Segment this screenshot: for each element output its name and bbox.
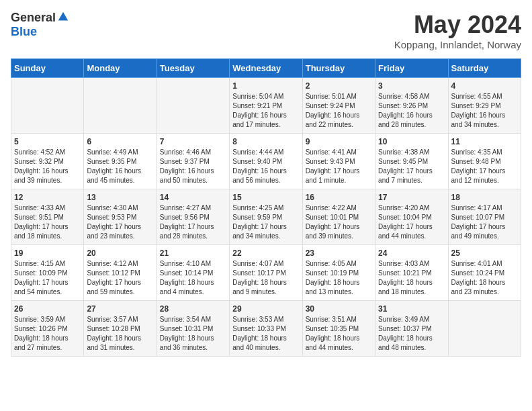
day-number: 26 xyxy=(14,304,81,314)
day-info: Sunrise: 4:07 AM Sunset: 10:17 PM Daylig… xyxy=(232,259,299,297)
day-info: Sunrise: 4:41 AM Sunset: 9:43 PM Dayligh… xyxy=(306,148,372,185)
header-thursday: Thursday xyxy=(302,59,375,78)
day-info: Sunrise: 4:03 AM Sunset: 10:21 PM Daylig… xyxy=(378,259,445,297)
day-info: Sunrise: 3:51 AM Sunset: 10:35 PM Daylig… xyxy=(306,315,372,353)
header-row: SundayMondayTuesdayWednesdayThursdayFrid… xyxy=(11,59,521,78)
calendar-cell: 8Sunrise: 4:44 AM Sunset: 9:40 PM Daylig… xyxy=(230,134,302,189)
day-info: Sunrise: 4:33 AM Sunset: 9:51 PM Dayligh… xyxy=(14,203,81,241)
day-info: Sunrise: 4:12 AM Sunset: 10:12 PM Daylig… xyxy=(87,259,153,297)
day-number: 11 xyxy=(451,137,518,146)
location: Koppang, Innlandet, Norway xyxy=(394,39,521,50)
calendar-cell: 25Sunrise: 4:01 AM Sunset: 10:24 PM Dayl… xyxy=(448,245,521,301)
day-info: Sunrise: 4:58 AM Sunset: 9:26 PM Dayligh… xyxy=(378,92,445,130)
calendar-cell: 5Sunrise: 4:52 AM Sunset: 9:32 PM Daylig… xyxy=(11,134,84,189)
header-saturday: Saturday xyxy=(448,59,521,78)
day-info: Sunrise: 4:44 AM Sunset: 9:40 PM Dayligh… xyxy=(232,148,299,185)
week-row-1: 5Sunrise: 4:52 AM Sunset: 9:32 PM Daylig… xyxy=(11,134,521,189)
header-wednesday: Wednesday xyxy=(230,59,302,78)
day-number: 19 xyxy=(14,248,81,258)
day-info: Sunrise: 4:17 AM Sunset: 10:07 PM Daylig… xyxy=(451,203,518,241)
day-number: 3 xyxy=(378,81,445,91)
day-info: Sunrise: 4:46 AM Sunset: 9:37 PM Dayligh… xyxy=(160,148,226,185)
day-info: Sunrise: 4:49 AM Sunset: 9:35 PM Dayligh… xyxy=(87,148,153,185)
calendar-cell: 14Sunrise: 4:27 AM Sunset: 9:56 PM Dayli… xyxy=(157,189,229,245)
day-info: Sunrise: 5:01 AM Sunset: 9:24 PM Dayligh… xyxy=(306,92,372,130)
logo: General Blue xyxy=(11,11,69,39)
day-info: Sunrise: 3:53 AM Sunset: 10:33 PM Daylig… xyxy=(232,315,299,353)
day-info: Sunrise: 4:25 AM Sunset: 9:59 PM Dayligh… xyxy=(232,203,299,241)
calendar-cell: 28Sunrise: 3:54 AM Sunset: 10:31 PM Dayl… xyxy=(157,301,229,357)
calendar-cell: 4Sunrise: 4:55 AM Sunset: 9:29 PM Daylig… xyxy=(448,78,521,134)
day-info: Sunrise: 4:15 AM Sunset: 10:09 PM Daylig… xyxy=(14,259,81,297)
calendar-cell: 22Sunrise: 4:07 AM Sunset: 10:17 PM Dayl… xyxy=(230,245,302,301)
calendar-cell: 13Sunrise: 4:30 AM Sunset: 9:53 PM Dayli… xyxy=(84,189,157,245)
day-number: 21 xyxy=(160,248,226,258)
title-area: May 2024 Koppang, Innlandet, Norway xyxy=(394,11,521,50)
day-info: Sunrise: 4:10 AM Sunset: 10:14 PM Daylig… xyxy=(160,259,226,297)
day-info: Sunrise: 4:55 AM Sunset: 9:29 PM Dayligh… xyxy=(451,92,518,130)
day-info: Sunrise: 5:04 AM Sunset: 9:21 PM Dayligh… xyxy=(232,92,299,130)
day-number: 13 xyxy=(87,193,153,202)
day-number: 17 xyxy=(378,193,445,202)
calendar-cell: 11Sunrise: 4:35 AM Sunset: 9:48 PM Dayli… xyxy=(448,134,521,189)
calendar-cell: 6Sunrise: 4:49 AM Sunset: 9:35 PM Daylig… xyxy=(84,134,157,189)
calendar-cell: 7Sunrise: 4:46 AM Sunset: 9:37 PM Daylig… xyxy=(157,134,229,189)
day-info: Sunrise: 3:54 AM Sunset: 10:31 PM Daylig… xyxy=(160,315,226,353)
calendar-cell: 12Sunrise: 4:33 AM Sunset: 9:51 PM Dayli… xyxy=(11,189,84,245)
day-number: 22 xyxy=(232,248,299,258)
day-number: 15 xyxy=(232,193,299,202)
day-number: 18 xyxy=(451,193,518,202)
day-number: 5 xyxy=(14,137,81,146)
day-info: Sunrise: 3:57 AM Sunset: 10:28 PM Daylig… xyxy=(87,315,153,353)
day-number: 31 xyxy=(378,304,445,314)
day-info: Sunrise: 4:52 AM Sunset: 9:32 PM Dayligh… xyxy=(14,148,81,185)
day-info: Sunrise: 4:38 AM Sunset: 9:45 PM Dayligh… xyxy=(378,148,445,185)
calendar-cell: 30Sunrise: 3:51 AM Sunset: 10:35 PM Dayl… xyxy=(302,301,375,357)
week-row-4: 26Sunrise: 3:59 AM Sunset: 10:26 PM Dayl… xyxy=(11,301,521,357)
calendar-cell: 21Sunrise: 4:10 AM Sunset: 10:14 PM Dayl… xyxy=(157,245,229,301)
calendar-cell: 2Sunrise: 5:01 AM Sunset: 9:24 PM Daylig… xyxy=(302,78,375,134)
calendar-cell: 26Sunrise: 3:59 AM Sunset: 10:26 PM Dayl… xyxy=(11,301,84,357)
calendar-cell: 16Sunrise: 4:22 AM Sunset: 10:01 PM Dayl… xyxy=(302,189,375,245)
calendar-cell: 27Sunrise: 3:57 AM Sunset: 10:28 PM Dayl… xyxy=(84,301,157,357)
day-number: 25 xyxy=(451,248,518,258)
calendar-table: SundayMondayTuesdayWednesdayThursdayFrid… xyxy=(11,58,521,357)
day-number: 23 xyxy=(306,248,372,258)
logo-blue-text: Blue xyxy=(11,25,37,39)
day-info: Sunrise: 4:35 AM Sunset: 9:48 PM Dayligh… xyxy=(451,148,518,185)
header-sunday: Sunday xyxy=(11,59,84,78)
week-row-3: 19Sunrise: 4:15 AM Sunset: 10:09 PM Dayl… xyxy=(11,245,521,301)
day-number: 16 xyxy=(306,193,372,202)
day-number: 30 xyxy=(306,304,372,314)
day-number: 27 xyxy=(87,304,153,314)
day-number: 4 xyxy=(451,81,518,91)
calendar-cell: 20Sunrise: 4:12 AM Sunset: 10:12 PM Dayl… xyxy=(84,245,157,301)
day-info: Sunrise: 4:01 AM Sunset: 10:24 PM Daylig… xyxy=(451,259,518,297)
header-friday: Friday xyxy=(375,59,448,78)
day-info: Sunrise: 4:30 AM Sunset: 9:53 PM Dayligh… xyxy=(87,203,153,241)
calendar-cell xyxy=(448,301,521,357)
calendar-cell: 29Sunrise: 3:53 AM Sunset: 10:33 PM Dayl… xyxy=(230,301,302,357)
calendar-cell xyxy=(84,78,157,134)
day-number: 9 xyxy=(306,137,372,146)
header-tuesday: Tuesday xyxy=(157,59,229,78)
header-monday: Monday xyxy=(84,59,157,78)
calendar-cell: 3Sunrise: 4:58 AM Sunset: 9:26 PM Daylig… xyxy=(375,78,448,134)
day-number: 14 xyxy=(160,193,226,202)
calendar-cell: 10Sunrise: 4:38 AM Sunset: 9:45 PM Dayli… xyxy=(375,134,448,189)
calendar-cell: 18Sunrise: 4:17 AM Sunset: 10:07 PM Dayl… xyxy=(448,189,521,245)
calendar-cell: 19Sunrise: 4:15 AM Sunset: 10:09 PM Dayl… xyxy=(11,245,84,301)
day-info: Sunrise: 4:22 AM Sunset: 10:01 PM Daylig… xyxy=(306,203,372,241)
day-number: 24 xyxy=(378,248,445,258)
page-header: General Blue May 2024 Koppang, Innlandet… xyxy=(11,11,521,50)
calendar-cell: 15Sunrise: 4:25 AM Sunset: 9:59 PM Dayli… xyxy=(230,189,302,245)
calendar-cell: 9Sunrise: 4:41 AM Sunset: 9:43 PM Daylig… xyxy=(302,134,375,189)
logo-general-text: General xyxy=(11,11,56,25)
week-row-2: 12Sunrise: 4:33 AM Sunset: 9:51 PM Dayli… xyxy=(11,189,521,245)
calendar-cell: 31Sunrise: 3:49 AM Sunset: 10:37 PM Dayl… xyxy=(375,301,448,357)
day-info: Sunrise: 3:59 AM Sunset: 10:26 PM Daylig… xyxy=(14,315,81,353)
day-number: 12 xyxy=(14,193,81,202)
calendar-cell xyxy=(11,78,84,134)
calendar-cell xyxy=(157,78,229,134)
day-info: Sunrise: 4:05 AM Sunset: 10:19 PM Daylig… xyxy=(306,259,372,297)
